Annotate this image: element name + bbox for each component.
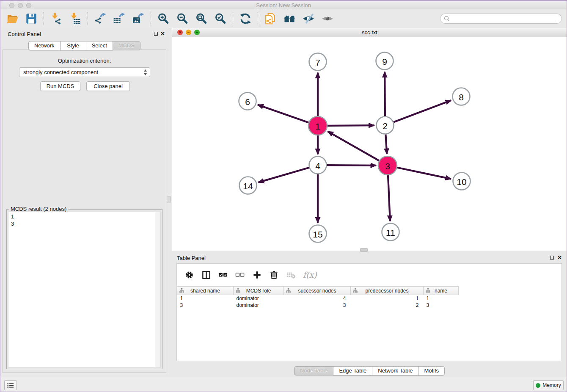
graph-edge-1-2[interactable] — [328, 125, 374, 126]
delete-column-icon[interactable] — [269, 270, 279, 280]
graph-node-15[interactable]: 15 — [309, 225, 327, 243]
table-cell[interactable]: 4 — [284, 295, 351, 302]
deselect-all-checks-icon[interactable] — [235, 270, 245, 280]
column-header-MCDS-role[interactable]: MCDS role — [234, 287, 284, 295]
column-header-predecessor-nodes[interactable]: predecessor nodes — [351, 287, 424, 295]
svg-text:2: 2 — [383, 121, 388, 131]
column-header-successor-nodes[interactable]: successor nodes — [284, 287, 351, 295]
zoom-fit-icon[interactable] — [195, 13, 207, 25]
table-cell[interactable]: dominator — [234, 302, 284, 309]
column-header-name[interactable]: name — [424, 287, 459, 295]
mcds-result-textarea[interactable]: 13 — [8, 212, 161, 367]
graph-edge-3-10[interactable] — [397, 168, 451, 179]
table-mode-gear-icon[interactable] — [184, 270, 194, 280]
table-cell[interactable]: 1 — [177, 295, 234, 302]
import-network-icon[interactable] — [50, 13, 62, 25]
svg-text:9: 9 — [382, 57, 387, 66]
optimization-criterion-label: Optimization criterion: — [3, 58, 166, 64]
task-history-button[interactable] — [4, 380, 17, 390]
table-cell[interactable]: 1 — [424, 295, 459, 302]
control-panel-title: Control Panel — [8, 31, 41, 37]
svg-text:1: 1 — [315, 121, 320, 131]
memory-button[interactable]: Memory — [533, 380, 564, 390]
dropdown-value: strongly connected component — [23, 69, 98, 75]
graph-node-4[interactable]: 4 — [309, 157, 327, 174]
show-all-icon[interactable] — [322, 13, 333, 25]
save-session-icon[interactable] — [25, 13, 37, 25]
graph-node-9[interactable]: 9 — [376, 52, 394, 70]
mcds-result-scrollbar[interactable] — [155, 212, 160, 367]
network-graph[interactable]: 1234678910111415 — [172, 37, 567, 251]
graph-edge-2-8[interactable] — [394, 100, 451, 122]
mcds-panel: Optimization criterion: strongly connect… — [3, 50, 166, 373]
select-all-checks-icon[interactable] — [218, 270, 228, 280]
mcds-result-groupbox: MCDS result (2 nodes) 13 — [6, 209, 162, 369]
table-cell[interactable]: 2 — [351, 302, 424, 309]
mcds-result-line: 3 — [11, 220, 158, 227]
graph-edge-4-14[interactable] — [258, 168, 309, 182]
export-network-icon[interactable] — [94, 13, 106, 25]
show-columns-icon[interactable] — [201, 270, 211, 280]
table-cell[interactable]: dominator — [234, 295, 284, 302]
tab-motifs[interactable]: Motifs — [418, 366, 445, 375]
graph-node-1[interactable]: 1 — [308, 116, 327, 135]
graph-edge-3-1[interactable] — [328, 131, 379, 160]
column-header-shared-name[interactable]: shared name — [177, 287, 234, 295]
optimization-criterion-dropdown[interactable]: strongly connected component — [19, 67, 150, 77]
first-neighbors-icon[interactable] — [284, 13, 295, 25]
network-canvas[interactable]: 1234678910111415 — [172, 37, 567, 251]
table-cell[interactable]: 3 — [177, 302, 234, 309]
graph-node-14[interactable]: 14 — [239, 177, 257, 194]
run-mcds-button[interactable]: Run MCDS — [40, 81, 80, 91]
network-view-window: ✕ − + scc.txt 1234678910111415 — [172, 28, 567, 251]
table-cell[interactable]: 3 — [284, 302, 351, 309]
table-row[interactable]: 3dominator323 — [177, 302, 459, 309]
close-panel-button[interactable]: Close panel — [86, 81, 130, 91]
import-table-icon[interactable] — [69, 13, 81, 25]
hide-selected-icon[interactable] — [303, 13, 314, 25]
float-table-panel-icon[interactable] — [550, 256, 554, 259]
graph-node-11[interactable]: 11 — [382, 224, 399, 241]
table-cell[interactable]: 1 — [351, 295, 424, 302]
search-box[interactable] — [440, 14, 562, 24]
tab-network[interactable]: Network — [28, 41, 61, 50]
tab-node-table[interactable]: Node Table — [294, 366, 334, 375]
tab-mcds[interactable]: MCDS — [113, 41, 140, 50]
horizontal-splitter-handle[interactable] — [360, 248, 368, 252]
refresh-icon[interactable] — [239, 13, 251, 25]
graph-node-8[interactable]: 8 — [453, 88, 470, 105]
graph-edge-3-11[interactable] — [388, 175, 390, 221]
zoom-in-icon[interactable] — [157, 13, 169, 25]
zoom-out-icon[interactable] — [176, 13, 188, 25]
titlebar: Session: New Session — [0, 1, 567, 10]
table-row[interactable]: 1dominator411 — [177, 295, 459, 302]
zoom-selected-icon[interactable] — [215, 13, 226, 25]
graph-edge-2-9[interactable] — [385, 72, 385, 116]
close-table-panel-icon[interactable]: ✕ — [557, 256, 562, 260]
graph-node-7[interactable]: 7 — [309, 53, 327, 71]
graph-node-6[interactable]: 6 — [239, 93, 256, 110]
export-table-icon[interactable] — [113, 13, 125, 25]
graph-node-2[interactable]: 2 — [377, 117, 394, 134]
table-cell[interactable]: 3 — [424, 302, 459, 309]
search-input[interactable] — [450, 16, 561, 22]
tab-select[interactable]: Select — [86, 41, 113, 50]
add-column-icon[interactable] — [252, 270, 262, 280]
graph-edge-1-6[interactable] — [258, 105, 308, 122]
tab-style[interactable]: Style — [60, 41, 86, 50]
vertical-splitter-handle[interactable] — [167, 196, 171, 203]
open-folder-icon[interactable] — [6, 13, 18, 25]
mcds-result-lines: 13 — [8, 212, 160, 228]
graph-node-3[interactable]: 3 — [378, 156, 397, 175]
close-panel-icon[interactable]: ✕ — [160, 32, 165, 36]
graph-edge-2-3[interactable] — [385, 134, 387, 154]
new-network-from-selection-icon[interactable] — [264, 13, 276, 25]
export-image-icon[interactable] — [132, 13, 144, 25]
network-window-title: scc.txt — [172, 29, 567, 36]
float-panel-icon[interactable] — [154, 32, 158, 36]
tab-network-table[interactable]: Network Table — [372, 366, 418, 375]
function-builder-icon: f(x) — [303, 270, 317, 280]
tab-edge-table[interactable]: Edge Table — [333, 366, 372, 375]
graph-edge-4-3[interactable] — [327, 165, 376, 166]
graph-node-10[interactable]: 10 — [453, 173, 471, 190]
